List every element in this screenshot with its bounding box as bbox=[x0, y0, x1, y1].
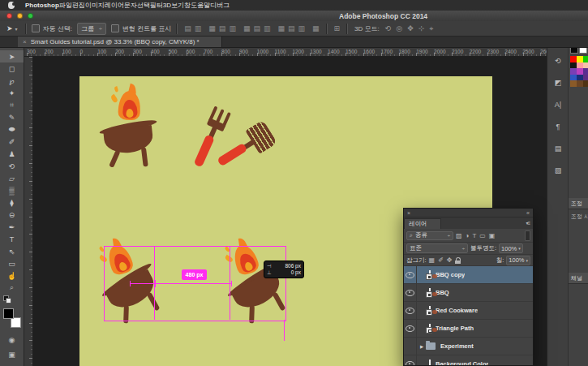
layer-name[interactable]: Triangle Path bbox=[436, 325, 474, 332]
align-horizontal-centers-icon[interactable]: ▥ bbox=[195, 24, 202, 32]
swatch[interactable] bbox=[583, 68, 588, 75]
lock-transparency-icon[interactable]: ▦ bbox=[429, 256, 436, 264]
menu-item[interactable]: 3D bbox=[163, 2, 171, 9]
apple-menu-icon[interactable] bbox=[8, 2, 15, 9]
align-bottom-edges-icon[interactable]: ▦ bbox=[243, 24, 251, 32]
default-colors-icon[interactable] bbox=[3, 295, 11, 303]
horizontal-ruler[interactable]: 3002001000100200300400500600700800900100… bbox=[24, 47, 547, 57]
traffic-light-button[interactable] bbox=[6, 13, 12, 19]
layer-row[interactable]: BBQ bbox=[404, 284, 533, 302]
channels-panel-tab[interactable]: 채널 bbox=[569, 273, 588, 284]
layer-row[interactable]: Background Color bbox=[404, 355, 533, 366]
type-tool[interactable]: T bbox=[0, 233, 24, 245]
distribute-bottom-edges-icon[interactable]: ▦ bbox=[277, 24, 285, 32]
layer-row[interactable]: Red Cookware bbox=[404, 302, 533, 320]
visibility-toggle[interactable] bbox=[404, 302, 417, 320]
menu-item[interactable]: 편집 bbox=[72, 2, 85, 9]
history-panel-icon[interactable]: ⟲ bbox=[552, 54, 564, 67]
foreground-color-swatch[interactable] bbox=[3, 308, 14, 319]
swatch[interactable] bbox=[577, 68, 583, 75]
visibility-toggle[interactable] bbox=[404, 320, 417, 338]
menu-item[interactable]: 레이어 bbox=[105, 2, 124, 9]
tab-layers[interactable]: 레이어 bbox=[404, 218, 441, 229]
character-panel-icon[interactable]: A| bbox=[552, 98, 564, 110]
3d-zoom-icon[interactable]: ⌖ bbox=[429, 24, 433, 33]
eraser-tool[interactable]: ▱ bbox=[0, 172, 24, 184]
align-vertical-centers-icon[interactable]: ▥ bbox=[229, 24, 236, 32]
panel-menu-icon[interactable]: ▾≡ bbox=[526, 220, 530, 226]
lasso-tool[interactable]: ℘ bbox=[0, 75, 24, 87]
filter-type-layers-icon[interactable]: T bbox=[472, 232, 476, 239]
auto-select-dropdown[interactable]: 그룹 ÷ bbox=[77, 23, 106, 35]
swatch[interactable] bbox=[570, 80, 577, 87]
menu-item[interactable]: 도움말 bbox=[191, 2, 210, 9]
menu-item[interactable]: 디버그 bbox=[210, 2, 230, 9]
distribute-left-edges-icon[interactable]: ▤ bbox=[288, 24, 295, 32]
layer-thumbnail[interactable] bbox=[429, 271, 431, 278]
distribute-vertical-centers-icon[interactable]: ▥ bbox=[264, 24, 271, 32]
close-panel-icon[interactable]: × bbox=[407, 210, 410, 216]
swatch[interactable] bbox=[577, 80, 583, 87]
quick-mask-button[interactable]: ◉ bbox=[0, 336, 24, 344]
align-left-edges-icon[interactable]: ▤ bbox=[184, 24, 191, 32]
vertical-ruler[interactable] bbox=[24, 57, 33, 366]
spot-healing-brush-tool[interactable]: ⬬ bbox=[0, 123, 24, 136]
info-panel-icon[interactable]: ▤ bbox=[552, 142, 564, 154]
paragraph-panel-icon[interactable]: ¶ bbox=[552, 120, 564, 132]
menu-item[interactable]: 파일 bbox=[59, 2, 72, 9]
screen-mode-button[interactable]: ▣ bbox=[0, 351, 24, 359]
close-tab-icon[interactable]: × bbox=[23, 38, 27, 45]
move-tool[interactable]: ➤ bbox=[0, 50, 24, 62]
opacity-field[interactable]: 100% ▾ bbox=[499, 243, 523, 253]
layer-row[interactable]: BBQ copy bbox=[404, 266, 533, 284]
auto-select-checkbox[interactable] bbox=[32, 24, 40, 32]
swatch[interactable] bbox=[570, 62, 577, 69]
zoom-tool[interactable]: ⌕ bbox=[0, 282, 24, 294]
pen-tool[interactable]: ✒ bbox=[0, 221, 24, 233]
layer-thumbnail[interactable] bbox=[429, 307, 431, 314]
layer-name[interactable]: Red Cookware bbox=[436, 307, 478, 314]
layer-row[interactable]: Triangle Path bbox=[404, 320, 533, 338]
collapse-panel-icon[interactable]: « bbox=[526, 210, 530, 216]
distribute-top-edges-icon[interactable]: ▤ bbox=[253, 24, 260, 32]
visibility-toggle[interactable] bbox=[404, 355, 417, 366]
menu-item[interactable]: Photoshop bbox=[25, 2, 59, 9]
filter-smart-objects-icon[interactable]: ▣ bbox=[489, 232, 496, 239]
auto-align-layers-icon[interactable]: ⊞ bbox=[334, 24, 341, 32]
menu-item[interactable]: 창 bbox=[184, 2, 191, 9]
lock-image-icon[interactable]: ✐ bbox=[438, 256, 444, 264]
marquee-tool[interactable]: ◻ bbox=[0, 62, 24, 75]
dodge-tool[interactable]: ⊖ bbox=[0, 209, 24, 221]
filter-adjustment-layers-icon[interactable]: ◑ bbox=[466, 232, 470, 239]
visibility-toggle[interactable] bbox=[404, 284, 417, 302]
swatch[interactable] bbox=[577, 62, 583, 69]
swatch[interactable] bbox=[583, 56, 588, 62]
adjustments-presets-row[interactable]: 조정 사전 설정 bbox=[569, 213, 588, 221]
distribute-horizontal-centers-icon[interactable]: ▥ bbox=[298, 24, 305, 32]
gradient-tool[interactable]: ▒ bbox=[0, 184, 24, 196]
swatch[interactable] bbox=[570, 75, 577, 81]
document-tab[interactable]: × Smart Guides tutorial.psd @ 33.3% (BBQ… bbox=[18, 37, 222, 47]
layer-name[interactable]: BBQ copy bbox=[436, 271, 465, 278]
swatch[interactable] bbox=[583, 80, 588, 87]
3d-pan-icon[interactable]: ✥ bbox=[407, 24, 414, 32]
filter-toggle-switch[interactable] bbox=[525, 230, 530, 241]
traffic-light-button[interactable] bbox=[17, 13, 23, 19]
fill-field[interactable]: 100% ▾ bbox=[506, 256, 530, 265]
layer-thumbnail[interactable] bbox=[429, 289, 431, 296]
swatch[interactable] bbox=[583, 62, 588, 69]
layer-name[interactable]: Experiment bbox=[440, 342, 474, 350]
distribute-right-edges-icon[interactable]: ▦ bbox=[312, 24, 320, 32]
clone-stamp-tool[interactable]: ♟ bbox=[0, 148, 24, 160]
swatch[interactable] bbox=[570, 56, 577, 62]
blend-mode-dropdown[interactable]: 표준 ÷ bbox=[406, 243, 468, 253]
bbq-grill-artwork[interactable] bbox=[97, 87, 160, 167]
brush-tool[interactable]: ✐ bbox=[0, 136, 24, 148]
3d-orbit-icon[interactable]: ⟲ bbox=[385, 24, 392, 32]
filter-pixel-layers-icon[interactable]: ▨ bbox=[456, 232, 462, 239]
align-right-edges-icon[interactable]: ▦ bbox=[208, 24, 216, 32]
visibility-toggle[interactable] bbox=[404, 338, 417, 355]
layer-thumbnail[interactable] bbox=[429, 360, 431, 366]
align-top-edges-icon[interactable]: ▤ bbox=[219, 24, 226, 32]
layer-thumbnail[interactable] bbox=[429, 325, 431, 332]
